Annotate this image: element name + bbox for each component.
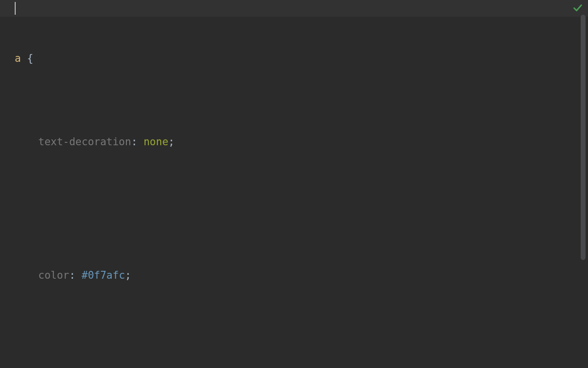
vertical-scrollbar[interactable] [581, 15, 586, 260]
space [137, 136, 144, 148]
blank-line[interactable] [15, 317, 578, 334]
check-icon [572, 2, 583, 13]
code-editor[interactable]: a { text-decoration: none; color: #0f7af… [0, 0, 588, 368]
code-line[interactable]: a { [15, 50, 578, 67]
colon: : [69, 269, 75, 281]
colon: : [131, 136, 138, 148]
semicolon: ; [125, 269, 131, 281]
code-line[interactable]: color: #0f7afc; [15, 267, 578, 284]
css-property: text-decoration [38, 136, 131, 148]
text-caret [15, 2, 16, 15]
space [21, 53, 27, 64]
css-value: none [144, 136, 169, 148]
blank-line[interactable] [15, 184, 578, 200]
hex-color: #0f7afc [82, 269, 125, 281]
css-property: color [38, 269, 69, 281]
brace-open: { [27, 53, 33, 64]
code-area[interactable]: a { text-decoration: none; color: #0f7af… [0, 0, 578, 368]
space [75, 269, 82, 281]
code-line[interactable]: text-decoration: none; [15, 133, 578, 150]
semicolon: ; [169, 136, 175, 148]
selector-tag: a [15, 53, 21, 64]
